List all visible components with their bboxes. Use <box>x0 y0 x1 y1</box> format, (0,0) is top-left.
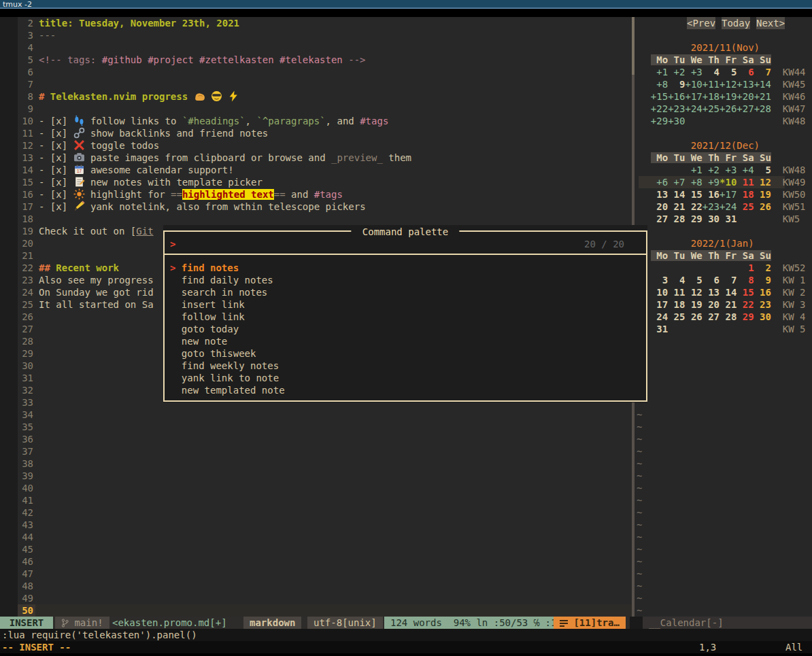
palette-item-new-note[interactable]: new note <box>170 335 227 347</box>
calendar-day[interactable]: 29 <box>685 213 702 224</box>
editor-line[interactable]: 8# Telekasten.nvim progress <box>0 90 632 103</box>
calendar-day[interactable]: +22 <box>651 103 668 114</box>
calendar-day[interactable]: 6 <box>703 275 720 286</box>
calendar-day[interactable]: +27 <box>737 103 754 114</box>
calendar-day[interactable]: 22 <box>737 299 754 310</box>
today-button[interactable]: Today <box>722 17 750 29</box>
calendar-day[interactable]: +20 <box>737 91 754 102</box>
calendar-day[interactable]: 29 <box>737 311 754 322</box>
editor-line[interactable]: 40 <box>0 482 632 494</box>
calendar-day[interactable]: 7 <box>754 67 771 77</box>
calendar-day[interactable]: 18 <box>737 189 754 200</box>
calendar-day[interactable]: 26 <box>754 201 771 212</box>
editor-line[interactable]: 45 <box>0 543 632 555</box>
editor-line[interactable]: 35 <box>0 421 632 433</box>
calendar-day[interactable]: 14 <box>668 189 685 200</box>
calendar-day[interactable]: +23 <box>703 201 720 212</box>
calendar-day[interactable]: +24 <box>720 201 737 212</box>
calendar-day[interactable]: +29 <box>651 116 668 126</box>
calendar-day[interactable]: +19 <box>720 91 737 102</box>
calendar-day[interactable]: 9 <box>754 275 771 286</box>
palette-prompt-marker[interactable]: > <box>170 238 175 250</box>
editor-line[interactable]: 47 <box>0 568 632 580</box>
calendar-day[interactable]: 21 <box>720 299 737 310</box>
calendar-day[interactable]: 11 <box>737 177 754 188</box>
palette-item-follow-link[interactable]: follow link <box>170 311 245 323</box>
calendar-day[interactable]: 12 <box>754 177 771 188</box>
editor-line[interactable]: 49 <box>0 592 632 604</box>
palette-item-search-in-notes[interactable]: search in notes <box>170 286 267 298</box>
editor-line[interactable]: 6 <box>0 66 632 78</box>
calendar-day[interactable]: +15 <box>651 91 668 102</box>
calendar-day[interactable]: 9 <box>668 79 685 90</box>
palette-item-new-templated-note[interactable]: new templated note <box>170 384 285 396</box>
editor-line[interactable]: 12- [x] toggle todos <box>0 139 632 152</box>
calendar-day[interactable]: +24 <box>685 103 702 114</box>
editor-line[interactable]: 4 <box>0 41 632 54</box>
calendar-day[interactable]: +2 <box>668 67 685 77</box>
editor-line[interactable]: 2title: Tuesday, November 23th, 2021 <box>0 17 632 29</box>
calendar-window[interactable]: <PrevTodayNext> 2021/11(Nov) Mo Tu We Th… <box>635 17 812 617</box>
calendar-day[interactable]: 13 <box>703 287 720 298</box>
editor-line[interactable]: 48 <box>0 580 632 592</box>
calendar-day[interactable]: 3 <box>651 275 668 286</box>
editor-line[interactable]: 5<!-- tags: #github #project #zettelkast… <box>0 54 632 66</box>
calendar-day[interactable]: 22 <box>685 201 702 212</box>
editor-line[interactable]: 16- [x] highlight for ==highlighted text… <box>0 188 632 201</box>
editor-line[interactable]: 44 <box>0 531 632 543</box>
calendar-day[interactable]: 19 <box>754 189 771 200</box>
calendar-day[interactable]: 28 <box>720 311 737 322</box>
calendar-day[interactable]: 2 <box>754 262 771 273</box>
calendar-day[interactable]: +18 <box>703 91 720 102</box>
calendar-day[interactable]: 25 <box>737 201 754 212</box>
calendar-day[interactable]: 13 <box>651 189 668 200</box>
calendar-day[interactable]: 31 <box>720 213 737 224</box>
calendar-day[interactable]: +26 <box>720 103 737 114</box>
editor-line[interactable]: 46 <box>0 555 632 568</box>
calendar-day[interactable]: +3 <box>720 165 737 175</box>
editor-line[interactable]: 17- [x] yank notelink, also from wthin t… <box>0 201 632 213</box>
calendar-day[interactable]: 24 <box>651 311 668 322</box>
editor-line[interactable]: 43 <box>0 519 632 531</box>
calendar-day[interactable]: 12 <box>685 287 702 298</box>
calendar-day[interactable]: +17 <box>720 189 737 200</box>
calendar-day[interactable]: 15 <box>685 189 702 200</box>
calendar-day[interactable]: +30 <box>668 116 685 126</box>
calendar-day[interactable]: 21 <box>668 201 685 212</box>
calendar-day[interactable]: 23 <box>754 299 771 310</box>
calendar-day[interactable]: 5 <box>685 275 702 286</box>
calendar-day[interactable]: +2 <box>703 165 720 175</box>
editor-line[interactable]: 15- [x] new notes with template picker <box>0 176 632 188</box>
palette-item-find-daily-notes[interactable]: find daily notes <box>170 274 273 286</box>
next-month-button[interactable]: Next> <box>756 17 785 29</box>
calendar-day[interactable]: +1 <box>685 165 702 175</box>
calendar-day[interactable]: +7 <box>668 177 685 188</box>
palette-item-find-weekly-notes[interactable]: find weekly notes <box>170 360 279 372</box>
editor-line[interactable]: 11- [x] show backlinks and friend notes <box>0 127 632 139</box>
calendar-day[interactable]: 16 <box>754 287 771 298</box>
editor-line[interactable]: 37 <box>0 445 632 458</box>
calendar-day[interactable]: 20 <box>651 201 668 212</box>
palette-item-goto-thisweek[interactable]: goto thisweek <box>170 347 256 360</box>
calendar-day[interactable]: +25 <box>703 103 720 114</box>
calendar-day[interactable]: 5 <box>754 165 771 175</box>
calendar-day[interactable]: 4 <box>703 67 720 77</box>
calendar-day[interactable]: +1 <box>651 67 668 77</box>
calendar-day[interactable]: 1 <box>737 262 754 273</box>
calendar-day[interactable]: 4 <box>668 275 685 286</box>
editor-line[interactable]: 50 <box>0 604 632 617</box>
calendar-day[interactable]: 8 <box>737 275 754 286</box>
editor-line[interactable]: 7 <box>0 78 632 90</box>
calendar-day[interactable]: 26 <box>685 311 702 322</box>
calendar-day[interactable]: +16 <box>668 91 685 102</box>
calendar-day[interactable]: *10 <box>720 177 737 188</box>
filename-segment[interactable]: <ekasten.promo.md[+] <box>106 617 233 629</box>
calendar-day[interactable]: +8 <box>685 177 702 188</box>
calendar-day[interactable]: 25 <box>668 311 685 322</box>
command-line[interactable]: :lua require('telekasten').panel() <box>0 629 812 641</box>
palette-item-goto-today[interactable]: goto today <box>170 323 239 335</box>
editor-line[interactable]: 3--- <box>0 29 632 41</box>
editor-line[interactable]: 13- [x] paste images from clipboard or b… <box>0 152 632 164</box>
calendar-day[interactable]: 30 <box>754 311 771 322</box>
editor-line[interactable]: 10- [x] follow links to `#headings`, `^p… <box>0 115 632 127</box>
